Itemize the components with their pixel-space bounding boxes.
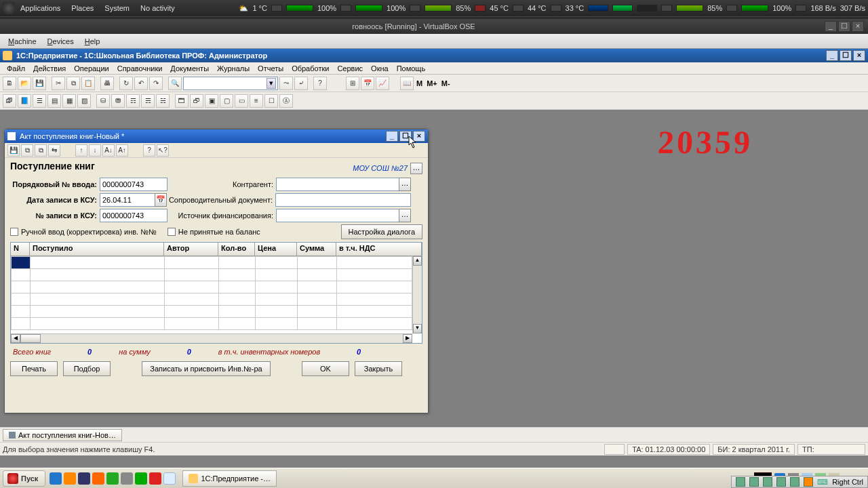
floppy-icon[interactable]	[78, 472, 90, 485]
explorer-icon[interactable]	[64, 472, 76, 485]
ct-icon[interactable]: ⧉	[35, 144, 47, 157]
table-row[interactable]	[12, 281, 412, 293]
tb2-icon[interactable]: ☶	[126, 94, 140, 108]
tool-calc-icon[interactable]: ⊞	[346, 77, 359, 90]
ct-save-icon[interactable]: 💾	[7, 144, 20, 157]
child-titlebar[interactable]: Акт поступления книг-Новый * _ ☐ ×	[5, 129, 428, 143]
menu-windows[interactable]: Окна	[367, 64, 393, 73]
menu-file[interactable]: Файл	[3, 64, 29, 73]
tb2-icon[interactable]: ⛁	[96, 94, 110, 108]
m-button[interactable]: M	[415, 79, 424, 87]
tool-findprev-icon[interactable]: ⤶	[294, 77, 308, 90]
tool-undo-icon[interactable]: ↶	[134, 77, 148, 90]
ie-icon[interactable]	[50, 472, 62, 485]
dialog-settings-button[interactable]: Настройка диалога	[341, 224, 422, 239]
ct-help-icon[interactable]: ?	[143, 144, 155, 157]
col-author[interactable]: Автор	[164, 243, 218, 256]
table-row[interactable]	[12, 293, 412, 306]
tb2-icon[interactable]: ⛃	[111, 94, 125, 108]
ct-whatsthis-icon[interactable]: ↖?	[157, 144, 169, 157]
onec-maximize-button[interactable]: ☐	[840, 50, 852, 61]
grid-vscroll[interactable]: ▲ ▼	[412, 256, 422, 333]
input-src[interactable]	[276, 209, 399, 222]
input-recno[interactable]: 0000000743	[100, 209, 167, 222]
app-icon[interactable]	[121, 472, 133, 485]
taskbar-app-button[interactable]: 1С:Предприятие -…	[182, 470, 277, 487]
tb2-icon[interactable]: ▧	[77, 94, 91, 108]
tb2-icon[interactable]: ☵	[156, 94, 170, 108]
table-row[interactable]	[12, 318, 412, 330]
scroll-thumb[interactable]	[20, 334, 41, 343]
gnome-system[interactable]: System	[99, 4, 135, 12]
scroll-left-icon[interactable]: ◀	[11, 334, 20, 343]
pick-button[interactable]: Подбор	[63, 361, 111, 376]
m-minus-button[interactable]: M-	[440, 79, 452, 87]
input-contractor[interactable]	[276, 178, 399, 191]
checkbox-rejected[interactable]	[167, 228, 176, 236]
input-doc[interactable]	[275, 193, 411, 207]
grid-hscroll[interactable]: ◀ ▶	[11, 333, 412, 343]
date-picker-button[interactable]: 📅	[155, 193, 167, 207]
vbox-menu-devices[interactable]: Devices	[42, 37, 79, 45]
tool-help-icon[interactable]: ?	[313, 77, 327, 90]
ct-sort-desc-icon[interactable]: A↑	[116, 144, 128, 157]
tool-save-icon[interactable]: 💾	[33, 77, 46, 90]
opera-icon[interactable]	[149, 472, 161, 485]
vbox-close-button[interactable]: ×	[852, 21, 864, 32]
ct-icon[interactable]: ⧉	[21, 144, 33, 157]
window-tab[interactable]: Акт поступления книг-Нов…	[3, 429, 122, 441]
scroll-down-icon[interactable]: ▼	[413, 324, 422, 333]
src-pick-button[interactable]: …	[399, 209, 411, 222]
tb2-icon[interactable]: 🗔	[175, 94, 189, 108]
child-maximize-button[interactable]: ☐	[399, 131, 412, 142]
org-select-button[interactable]: …	[410, 163, 422, 174]
tb2-icon[interactable]: ▤	[47, 94, 61, 108]
table-row[interactable]	[12, 257, 412, 269]
tb2-icon[interactable]: ☰	[33, 94, 46, 108]
print-button[interactable]: Печать	[10, 361, 58, 376]
child-minimize-button[interactable]: _	[386, 131, 398, 142]
child-close-button[interactable]: ×	[413, 131, 425, 142]
gnome-applications[interactable]: Applications	[15, 4, 66, 12]
menu-help[interactable]: Помощь	[393, 64, 430, 73]
tb2-icon[interactable]: 📘	[18, 94, 31, 108]
col-n[interactable]: N	[11, 243, 30, 256]
contractor-pick-button[interactable]: …	[399, 178, 411, 191]
tool-cut-icon[interactable]: ✂	[52, 77, 65, 90]
chevron-down-icon[interactable]: ▾	[267, 78, 276, 89]
menu-service[interactable]: Сервис	[333, 64, 367, 73]
menu-journals[interactable]: Журналы	[213, 64, 254, 73]
items-grid[interactable]: N Поступило Автор Кол-во Цена Сумма в т.…	[10, 242, 422, 344]
grid-body[interactable]	[11, 256, 412, 333]
gnome-places[interactable]: Places	[66, 4, 99, 12]
menu-reports[interactable]: Отчеты	[254, 64, 288, 73]
tb2-icon[interactable]: ▭	[235, 94, 248, 108]
refresh-icon[interactable]	[106, 472, 119, 485]
input-date[interactable]: 26.04.11	[100, 193, 155, 207]
ct-icon[interactable]: ⇆	[48, 144, 60, 157]
tb2-icon[interactable]: ▣	[205, 94, 218, 108]
tool-calendar-icon[interactable]: 📅	[361, 77, 374, 90]
assign-inv-button[interactable]: Записать и присвоить Инв.№-ра	[142, 361, 271, 376]
vbox-menu-machine[interactable]: Machine	[3, 37, 42, 45]
vbox-minimize-button[interactable]: _	[825, 21, 837, 32]
ct-sort-asc-icon[interactable]: A↓	[102, 144, 115, 157]
vbox-maximize-button[interactable]: ☐	[838, 21, 850, 32]
tool-paste-icon[interactable]: 📋	[81, 77, 95, 90]
ok-button[interactable]: OK	[302, 361, 349, 376]
tool-redo-icon[interactable]: ↷	[149, 77, 163, 90]
start-button[interactable]: Пуск	[3, 470, 45, 487]
col-vat[interactable]: в т.ч. НДС	[336, 243, 422, 256]
onec-minimize-button[interactable]: _	[826, 50, 838, 61]
menu-docs[interactable]: Документы	[166, 64, 213, 73]
gnome-foot-icon[interactable]	[3, 2, 15, 14]
tool-book-icon[interactable]: 📖	[400, 77, 414, 90]
ct-up-icon[interactable]: ↑	[75, 144, 87, 157]
m-plus-button[interactable]: M+	[425, 79, 439, 87]
menu-refs[interactable]: Справочники	[113, 64, 167, 73]
app-icon[interactable]	[163, 472, 176, 485]
tb2-icon[interactable]: ☐	[264, 94, 278, 108]
tool-find-combo[interactable]: ▾	[183, 77, 278, 90]
tb2-icon[interactable]: 🗗	[190, 94, 203, 108]
checkbox-manual[interactable]	[10, 228, 18, 236]
